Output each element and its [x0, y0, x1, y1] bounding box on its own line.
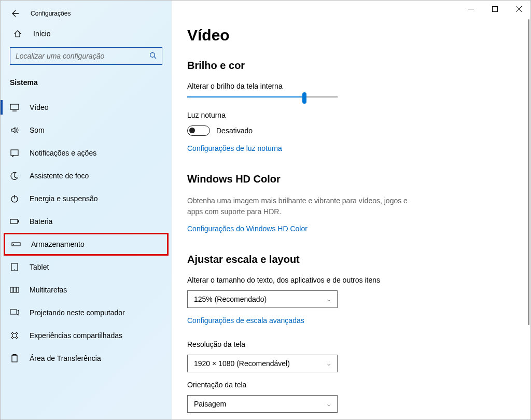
home-icon: [13, 30, 22, 38]
nav-item-sound[interactable]: Som: [1, 119, 172, 142]
text-size-value: 125% (Recomendado): [194, 295, 267, 303]
svg-point-21: [11, 332, 13, 334]
svg-line-5: [154, 57, 156, 59]
project-icon: [10, 308, 19, 317]
nav-item-battery[interactable]: Bateria: [1, 210, 172, 233]
storage-icon: [11, 240, 21, 249]
search-input[interactable]: [10, 47, 162, 65]
nav-label: Tablet: [30, 263, 49, 271]
svg-point-4: [150, 52, 155, 57]
svg-rect-8: [11, 150, 18, 156]
hdcolor-heading: Windows HD Color: [187, 173, 510, 185]
orientation-value: Paisagem: [194, 400, 226, 408]
close-button[interactable]: [507, 1, 530, 17]
display-icon: [10, 103, 19, 112]
nav-item-notifications[interactable]: Notificações e ações: [1, 142, 172, 164]
chevron-down-icon: ⌵: [327, 401, 331, 408]
sidebar-header: Configurações: [1, 6, 172, 23]
slider-thumb[interactable]: [302, 92, 306, 104]
svg-point-14: [13, 244, 14, 245]
nav-label: Projetando neste computador: [30, 309, 125, 317]
search-field[interactable]: [16, 52, 149, 60]
nav-item-tablet[interactable]: Tablet: [1, 256, 172, 278]
night-light-settings-link[interactable]: Configurações de luz noturna: [187, 144, 510, 152]
hdcolor-settings-link[interactable]: Configurações do Windows HD Color: [187, 225, 510, 233]
battery-icon: [10, 217, 19, 226]
night-light-label: Luz noturna: [187, 111, 510, 119]
brightness-slider-label: Alterar o brilho da tela interna: [187, 82, 510, 90]
nav-item-project[interactable]: Projetando neste computador: [1, 301, 172, 324]
svg-point-23: [11, 337, 13, 338]
hdcolor-description: Obtenha uma imagem mais brilhante e vibr…: [187, 195, 415, 217]
resolution-label: Resolução da tela: [187, 340, 510, 348]
svg-point-22: [16, 332, 17, 334]
chevron-down-icon: ⌵: [327, 296, 331, 303]
nav-label: Som: [30, 126, 45, 134]
sidebar: Configurações Início Sistema Vídeo Som N…: [1, 1, 172, 419]
nav-label: Bateria: [30, 217, 52, 226]
nav-label: Energia e suspensão: [30, 194, 98, 203]
nav-item-focus[interactable]: Assistente de foco: [1, 164, 172, 187]
notifications-icon: [10, 148, 19, 158]
nav-item-shared[interactable]: Experiências compartilhadas: [1, 324, 172, 347]
scrollbar[interactable]: [528, 19, 529, 325]
power-icon: [10, 194, 19, 203]
nav-label: Área de Transferência: [30, 354, 101, 362]
svg-rect-20: [10, 310, 17, 314]
brightness-heading: Brilho e cor: [187, 60, 510, 72]
section-heading: Sistema: [1, 74, 172, 96]
orientation-dropdown[interactable]: Paisagem ⌵: [187, 395, 338, 413]
svg-point-16: [14, 269, 15, 270]
svg-rect-1: [492, 6, 497, 11]
nav-list: Vídeo Som Notificações e ações Assistent…: [1, 96, 172, 419]
nav-item-multitask[interactable]: Multitarefas: [1, 278, 172, 301]
moon-icon: [10, 171, 19, 180]
multitask-icon: [10, 285, 19, 295]
svg-rect-6: [10, 104, 19, 109]
resolution-dropdown[interactable]: 1920 × 1080 (Recomendável) ⌵: [187, 355, 338, 372]
titlebar: [459, 1, 530, 17]
nav-item-storage[interactable]: Armazenamento: [4, 233, 169, 256]
text-size-label: Alterar o tamanho do texto, dos aplicati…: [187, 276, 510, 284]
minimize-button[interactable]: [459, 1, 483, 17]
svg-rect-18: [13, 287, 16, 292]
nav-label: Multitarefas: [30, 286, 67, 294]
slider-fill: [187, 96, 304, 97]
shared-icon: [10, 331, 19, 340]
nav-item-clipboard[interactable]: Área de Transferência: [1, 347, 172, 370]
main-content: Vídeo Brilho e cor Alterar o brilho da t…: [172, 1, 530, 419]
resolution-value: 1920 × 1080 (Recomendável): [194, 359, 290, 368]
night-light-toggle-row: Desativado: [187, 125, 510, 136]
window-title: Configurações: [31, 10, 71, 17]
nav-item-power[interactable]: Energia e suspensão: [1, 187, 172, 210]
back-icon[interactable]: [10, 9, 19, 18]
nav-item-video[interactable]: Vídeo: [1, 96, 172, 119]
sound-icon: [10, 125, 19, 135]
svg-point-24: [16, 337, 17, 338]
orientation-label: Orientação da tela: [187, 381, 510, 389]
tablet-icon: [10, 262, 19, 272]
search-icon: [149, 52, 157, 61]
toggle-knob: [189, 128, 195, 133]
clipboard-icon: [10, 354, 19, 363]
home-nav[interactable]: Início: [1, 23, 172, 44]
night-light-state: Desativado: [216, 127, 253, 135]
advanced-scale-link[interactable]: Configurações de escala avançadas: [187, 316, 510, 325]
text-size-dropdown[interactable]: 125% (Recomendado) ⌵: [187, 290, 338, 308]
svg-rect-11: [10, 219, 18, 223]
scale-heading: Ajustar escala e layout: [187, 254, 510, 265]
svg-rect-17: [10, 287, 13, 292]
nav-label: Experiências compartilhadas: [30, 331, 122, 340]
svg-rect-12: [18, 220, 19, 222]
maximize-button[interactable]: [483, 1, 507, 17]
svg-rect-19: [17, 287, 19, 292]
nav-label: Armazenamento: [31, 240, 85, 248]
brightness-slider[interactable]: [187, 96, 338, 97]
nav-label: Assistente de foco: [30, 172, 89, 180]
page-title: Vídeo: [187, 26, 510, 44]
nav-label: Vídeo: [30, 103, 49, 111]
nav-label: Notificações e ações: [30, 149, 96, 157]
chevron-down-icon: ⌵: [327, 360, 331, 367]
home-label: Início: [33, 30, 50, 38]
night-light-toggle[interactable]: [187, 125, 210, 136]
